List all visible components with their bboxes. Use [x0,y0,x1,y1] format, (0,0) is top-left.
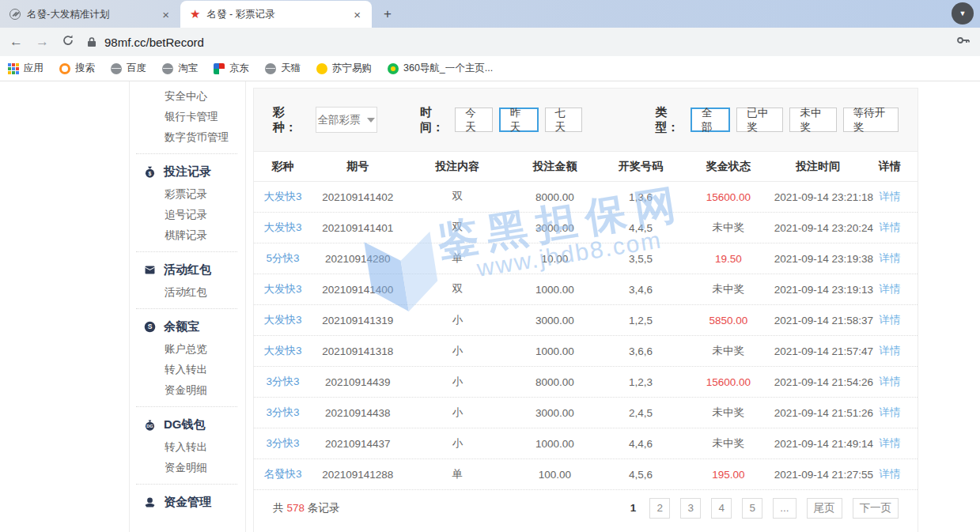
lottery-name-link[interactable]: 3分快3 [254,436,312,451]
lottery-name-link[interactable]: 名發快3 [254,467,312,481]
bookmark-suning[interactable]: 苏宁易购 [316,62,372,75]
bookmark-apps[interactable]: 应用 [8,62,44,75]
bookmark-label: 天猫 [281,62,301,75]
table-header-row: 彩种 期号 投注内容 投注金额 开奖号码 奖金状态 投注时间 详情 [254,152,918,182]
refresh-icon[interactable] [62,34,74,51]
detail-link[interactable]: 详情 [861,190,917,204]
detail-link[interactable]: 详情 [861,282,917,296]
table-row: 大发快3 202109141401 双 3000.00 4,4,5 未中奖 20… [254,213,918,243]
lottery-name-link[interactable]: 3分快3 [254,375,312,389]
bet-time: 2021-09-14 23:20:24 [774,222,862,234]
lottery-select[interactable]: 全部彩票 [316,107,377,133]
globe-favicon-icon [111,63,122,74]
type-option-pending[interactable]: 等待开奖 [843,108,899,132]
detail-link[interactable]: 详情 [861,313,917,327]
sidebar-section-dg-wallet[interactable]: DG DG钱包 [130,412,245,437]
page-ellipsis-button[interactable]: ... [773,498,796,519]
lottery-name-link[interactable]: 大发快3 [254,190,312,204]
browser-profile-button[interactable]: ▼ [952,2,974,25]
bookmark-jd[interactable]: 京东 [214,62,249,75]
tab-plan-page[interactable]: 名發-大发精准计划 × [0,1,180,28]
svg-text:$: $ [149,170,152,176]
bookmark-label: 百度 [127,62,146,75]
sidebar-item-digital-currency[interactable]: 数字货币管理 [130,127,245,148]
bet-record-panel: 彩种： 全部彩票 时间： 今天 昨天 七天 类型： 全部 已中奖 未中奖 等待开… [253,88,918,532]
bookmark-360nav[interactable]: 360导航_一个主页... [388,62,493,75]
lottery-name-link[interactable]: 大发快3 [254,313,312,327]
sidebar-item-transfer[interactable]: 转入转出 [130,360,245,380]
sidebar-item-activity-redpacket[interactable]: 活动红包 [130,282,245,303]
suning-favicon-icon [316,63,327,74]
time-option-seven-days[interactable]: 七天 [545,108,583,132]
bookmark-tmall[interactable]: 天猫 [265,62,301,75]
page-content: 安全中心 银行卡管理 数字货币管理 $ 投注记录 彩票记录 追号记录 棋牌记录 … [0,81,980,532]
detail-link[interactable]: 详情 [861,467,917,481]
time-option-today[interactable]: 今天 [455,108,493,132]
bet-content: 小 [404,436,511,451]
close-tab-icon[interactable]: × [159,8,172,21]
bet-content: 单 [404,251,511,266]
lottery-name-link[interactable]: 5分快3 [254,251,312,266]
site-favicon-icon [9,9,21,20]
bet-content: 小 [404,375,511,389]
detail-link[interactable]: 详情 [861,221,917,235]
detail-link[interactable]: 详情 [861,375,917,389]
lottery-name-link[interactable]: 3分快3 [254,406,312,420]
key-icon[interactable] [956,34,971,50]
detail-link[interactable]: 详情 [861,344,917,358]
bookmark-baidu[interactable]: 百度 [111,62,146,75]
address-field[interactable]: 98mf.cc/betRecord [87,36,944,49]
tab-bet-record[interactable]: ★ 名發 - 彩票记录 × [180,1,372,28]
lottery-name-link[interactable]: 大发快3 [254,221,312,235]
sidebar-item-fund-details[interactable]: 资金明细 [130,380,245,401]
new-tab-button[interactable]: + [376,4,399,25]
lottery-filter-group: 彩种： 全部彩票 [273,105,377,135]
detail-link[interactable]: 详情 [861,436,917,451]
table-row: 3分快3 20210914438 小 3000.00 2,4,5 未中奖 202… [254,398,918,428]
money-bag-icon: $ [143,165,157,179]
draw-numbers: 1,3,6 [599,191,683,203]
type-option-all[interactable]: 全部 [691,108,730,132]
time-option-yesterday[interactable]: 昨天 [499,108,539,132]
page-2-button[interactable]: 2 [649,498,670,519]
sidebar-item-lottery-records[interactable]: 彩票记录 [130,184,245,205]
sidebar-section-fund-management[interactable]: 资金管理 [130,489,245,515]
bookmark-search[interactable]: 搜索 [59,62,95,75]
sidebar-item-bank-card[interactable]: 银行卡管理 [130,107,245,127]
page-5-button[interactable]: 5 [742,498,762,519]
sidebar-item-account-overview[interactable]: 账户总览 [130,339,245,360]
prize-status: 195.00 [683,469,774,481]
bookmark-taobao[interactable]: 淘宝 [162,62,198,75]
bookmarks-bar: 应用 搜索 百度 淘宝 京东 天猫 苏宁易购 360导航_一个主页... [0,56,980,81]
draw-numbers: 4,5,6 [599,469,683,481]
sidebar-section-activity-redpacket[interactable]: 活动红包 [130,257,245,282]
detail-link[interactable]: 详情 [861,406,917,420]
page-1-current[interactable]: 1 [627,502,640,514]
next-page-button[interactable]: 下一页 [853,498,899,519]
close-tab-icon[interactable]: × [350,8,364,21]
sidebar-item-board-game-records[interactable]: 棋牌记录 [130,225,245,246]
sidebar-section-yuebao[interactable]: S 余额宝 [130,314,245,339]
bet-amount: 1000.00 [511,438,600,450]
sidebar-item-chase-records[interactable]: 追号记录 [130,205,245,225]
type-option-lost[interactable]: 未中奖 [789,108,836,132]
sidebar-section-bet-records[interactable]: $ 投注记录 [130,159,245,184]
draw-numbers: 3,6,6 [599,345,683,357]
bet-time: 2021-09-14 21:51:26 [774,407,862,419]
page-3-button[interactable]: 3 [680,498,701,519]
lottery-name-link[interactable]: 大发快3 [254,282,312,296]
table-row: 大发快3 202109141402 双 8000.00 1,3,6 15600.… [254,182,918,213]
back-icon[interactable]: ← [9,34,23,50]
lottery-name-link[interactable]: 大发快3 [254,344,312,358]
page-4-button[interactable]: 4 [711,498,732,519]
bet-amount: 3000.00 [511,315,600,326]
prize-status: 未中奖 [683,221,774,235]
detail-link[interactable]: 详情 [861,251,917,266]
sidebar-item-dg-fund-details[interactable]: 资金明细 [130,458,245,478]
sidebar-item-dg-transfer[interactable]: 转入转出 [130,437,245,458]
bet-content: 小 [404,344,511,358]
forward-icon[interactable]: → [36,34,49,50]
last-page-button[interactable]: 尾页 [807,498,842,519]
sidebar-item-security-center[interactable]: 安全中心 [130,86,245,107]
type-option-won[interactable]: 已中奖 [736,108,783,132]
